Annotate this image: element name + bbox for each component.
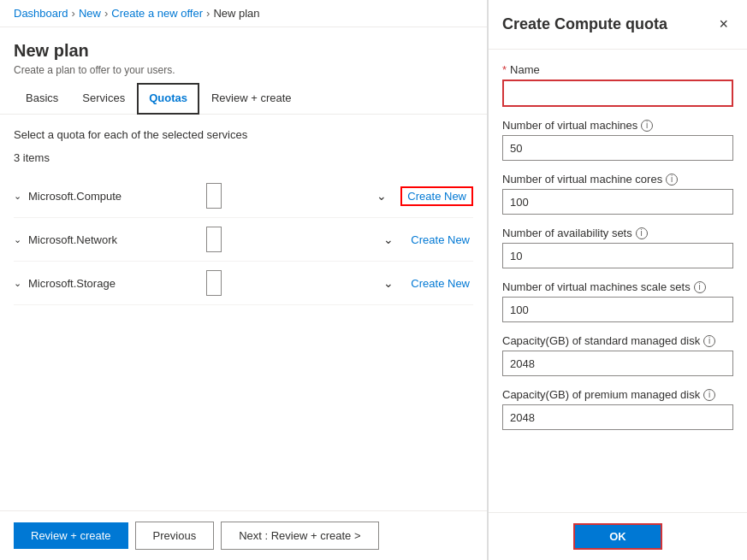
availability-sets-label: Number of availability sets i bbox=[502, 227, 733, 239]
ok-button[interactable]: OK bbox=[573, 523, 662, 550]
create-new-storage[interactable]: Create New bbox=[407, 277, 473, 290]
premium-disk-label: Capacity(GB) of premium managed disk i bbox=[502, 388, 733, 401]
tabs: Basics Services Quotas Review + create bbox=[0, 83, 487, 115]
modal-body: * Name Number of virtual machines i Numb… bbox=[489, 50, 747, 512]
premium-disk-info-icon: i bbox=[703, 389, 715, 401]
vms-info-icon: i bbox=[641, 120, 653, 132]
left-panel: Dashboard › New › Create a new offer › N… bbox=[0, 0, 488, 560]
tab-basics[interactable]: Basics bbox=[14, 83, 70, 115]
page-subtitle: Create a plan to offer to your users. bbox=[14, 64, 473, 76]
service-select-storage[interactable] bbox=[206, 270, 222, 296]
close-button[interactable]: × bbox=[714, 14, 733, 35]
right-panel: Create Compute quota × * Name Number of … bbox=[488, 0, 747, 560]
availability-sets-input[interactable] bbox=[502, 243, 733, 268]
review-create-button[interactable]: Review + create bbox=[14, 522, 128, 549]
form-field-vm-scale-sets: Number of virtual machines scale sets i bbox=[502, 280, 733, 322]
breadcrumb-new[interactable]: New bbox=[79, 7, 101, 20]
footer: Review + create Previous Next : Review +… bbox=[0, 510, 487, 560]
name-input-wrapper bbox=[502, 80, 733, 107]
vm-cores-label: Number of virtual machine cores i bbox=[502, 173, 733, 186]
availability-sets-info-icon: i bbox=[636, 227, 648, 239]
tab-review-create[interactable]: Review + create bbox=[199, 83, 304, 115]
service-name-storage: Microsoft.Storage bbox=[28, 277, 199, 290]
vm-scale-sets-info-icon: i bbox=[694, 281, 706, 293]
service-select-network[interactable] bbox=[206, 227, 222, 252]
create-new-network[interactable]: Create New bbox=[407, 233, 473, 246]
items-count: 3 items bbox=[14, 151, 473, 164]
vm-cores-input[interactable] bbox=[502, 189, 733, 215]
form-field-availability-sets: Number of availability sets i bbox=[502, 227, 733, 268]
service-row-storage: ⌄ Microsoft.Storage Create New bbox=[14, 262, 473, 305]
breadcrumb-dashboard[interactable]: Dashboard bbox=[14, 7, 68, 20]
breadcrumb: Dashboard › New › Create a new offer › N… bbox=[0, 0, 487, 27]
standard-disk-label: Capacity(GB) of standard managed disk i bbox=[502, 334, 733, 347]
breadcrumb-current: New plan bbox=[213, 7, 259, 20]
tab-quotas[interactable]: Quotas bbox=[137, 83, 199, 115]
select-wrapper-network bbox=[206, 227, 400, 252]
vm-cores-info-icon: i bbox=[666, 174, 678, 186]
form-field-vms: Number of virtual machines i bbox=[502, 119, 733, 161]
create-new-compute[interactable]: Create New bbox=[400, 186, 473, 206]
page-header: New plan Create a plan to offer to your … bbox=[0, 27, 487, 83]
modal-title: Create Compute quota bbox=[502, 15, 667, 33]
name-input[interactable] bbox=[504, 81, 732, 105]
select-wrapper-compute bbox=[206, 183, 394, 209]
select-wrapper-storage bbox=[206, 270, 400, 296]
previous-button[interactable]: Previous bbox=[135, 522, 215, 550]
service-name-network: Microsoft.Network bbox=[28, 233, 199, 246]
modal-footer: OK bbox=[489, 512, 747, 560]
content: Select a quota for each of the selected … bbox=[0, 115, 487, 510]
service-name-compute: Microsoft.Compute bbox=[28, 190, 199, 203]
service-row-compute: ⌄ Microsoft.Compute Create New bbox=[14, 174, 473, 218]
premium-disk-input[interactable] bbox=[502, 404, 733, 430]
standard-disk-input[interactable] bbox=[502, 351, 733, 376]
form-field-name: * Name bbox=[502, 63, 733, 107]
tab-services[interactable]: Services bbox=[70, 83, 137, 115]
modal-header: Create Compute quota × bbox=[489, 0, 747, 50]
page-title: New plan bbox=[14, 41, 473, 61]
chevron-storage[interactable]: ⌄ bbox=[14, 278, 21, 289]
standard-disk-info-icon: i bbox=[703, 335, 715, 347]
form-field-premium-disk: Capacity(GB) of premium managed disk i bbox=[502, 388, 733, 430]
chevron-network[interactable]: ⌄ bbox=[14, 234, 21, 245]
service-select-compute[interactable] bbox=[206, 183, 222, 209]
form-field-vm-cores: Number of virtual machine cores i bbox=[502, 173, 733, 215]
main-container: Dashboard › New › Create a new offer › N… bbox=[0, 0, 747, 560]
breadcrumb-create-offer[interactable]: Create a new offer bbox=[111, 7, 203, 20]
vms-label: Number of virtual machines i bbox=[502, 119, 733, 132]
vm-scale-sets-label: Number of virtual machines scale sets i bbox=[502, 280, 733, 293]
form-field-standard-disk: Capacity(GB) of standard managed disk i bbox=[502, 334, 733, 376]
vm-scale-sets-input[interactable] bbox=[502, 297, 733, 322]
vms-input[interactable] bbox=[502, 135, 733, 161]
chevron-compute[interactable]: ⌄ bbox=[14, 191, 21, 202]
content-description: Select a quota for each of the selected … bbox=[14, 128, 473, 141]
name-label: * Name bbox=[502, 63, 733, 76]
next-button[interactable]: Next : Review + create > bbox=[221, 522, 378, 550]
service-row-network: ⌄ Microsoft.Network Create New bbox=[14, 218, 473, 262]
